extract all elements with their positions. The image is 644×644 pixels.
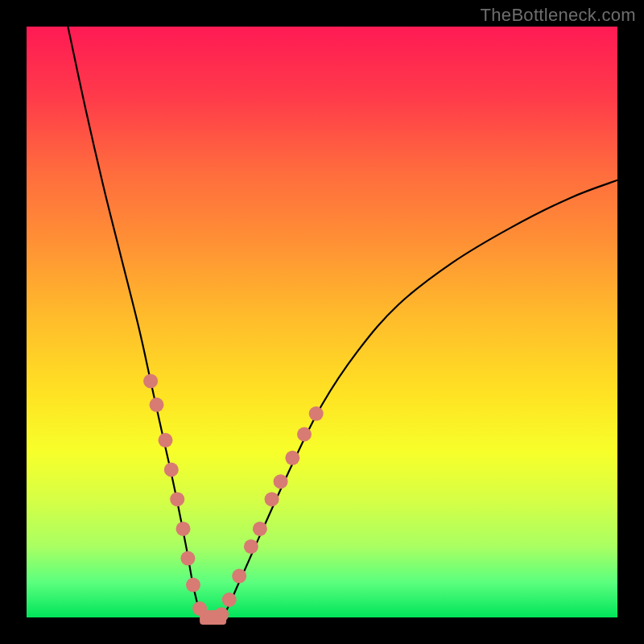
curve-marker — [186, 578, 200, 592]
curve-marker — [265, 492, 279, 506]
curve-marker — [180, 551, 195, 566]
chart-frame: TheBottleneck.com — [0, 0, 644, 644]
curve-marker — [143, 374, 158, 388]
bottleneck-curve — [68, 27, 617, 621]
curve-marker — [309, 407, 324, 421]
curve-marker — [170, 492, 184, 506]
curve-marker — [164, 463, 179, 477]
curve-marker — [159, 433, 173, 448]
curve-marker — [150, 398, 164, 412]
curve-marker — [253, 522, 267, 536]
watermark-text: TheBottleneck.com — [481, 5, 636, 26]
plot-area — [27, 27, 617, 617]
curve-marker — [274, 474, 288, 489]
marker-group — [143, 374, 324, 625]
curve-marker — [176, 522, 191, 536]
chart-svg — [27, 27, 617, 617]
curve-marker — [297, 427, 312, 442]
curve-marker — [222, 592, 237, 607]
curve-marker — [232, 569, 246, 584]
curve-marker — [285, 451, 299, 465]
curve-minimum-pill — [200, 610, 226, 625]
curve-marker — [244, 539, 258, 554]
